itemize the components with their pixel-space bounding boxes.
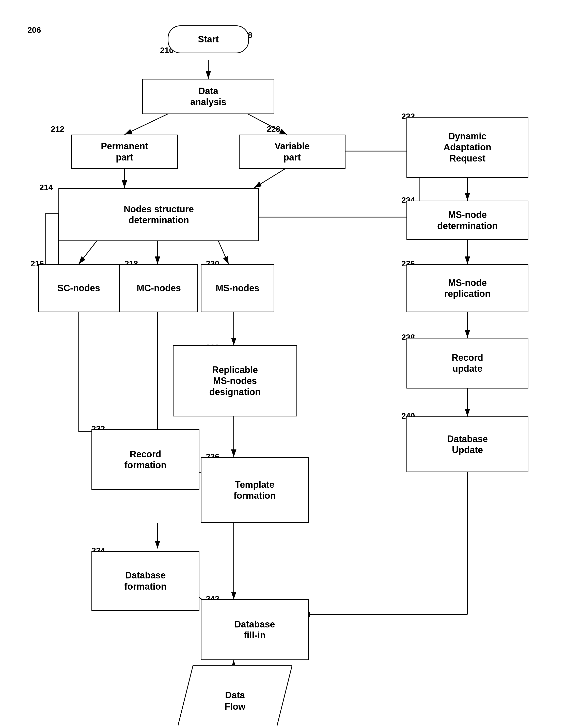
- label-206: 206: [27, 25, 41, 35]
- record-update-node: Record update: [407, 338, 528, 389]
- record-formation-label: Record formation: [124, 449, 167, 471]
- data-analysis-label: Data analysis: [190, 86, 226, 107]
- database-formation-label: Database formation: [124, 570, 167, 592]
- database-fillin-label: Database fill-in: [234, 619, 275, 641]
- diagram: 206 208 210 Start Data analysis 212 228 …: [0, 0, 566, 728]
- record-update-label: Record update: [452, 352, 483, 374]
- dynamic-adaptation-node: Dynamic Adaptation Request: [407, 117, 528, 178]
- database-formation-node: Database formation: [91, 551, 199, 611]
- variable-part-node: Variable part: [239, 135, 346, 169]
- database-update-node: Database Update: [407, 416, 528, 472]
- variable-part-label: Variable part: [274, 141, 310, 163]
- replicable-ms-label: Replicable MS-nodes designation: [209, 364, 260, 397]
- ms-node-replication-node: MS-node replication: [407, 264, 528, 312]
- label-212: 212: [51, 124, 64, 134]
- svg-text:Data: Data: [225, 690, 245, 700]
- replicable-ms-node: Replicable MS-nodes designation: [173, 345, 297, 416]
- sc-nodes-node: SC-nodes: [38, 264, 119, 312]
- nodes-structure-label: Nodes structure determination: [124, 204, 194, 225]
- dynamic-adaptation-label: Dynamic Adaptation Request: [444, 131, 491, 164]
- permanent-part-label: Permanent part: [101, 141, 148, 163]
- sc-nodes-label: SC-nodes: [57, 283, 100, 294]
- start-label: Start: [198, 34, 219, 45]
- permanent-part-node: Permanent part: [71, 135, 178, 169]
- database-fillin-node: Database fill-in: [201, 599, 309, 660]
- ms-node-replication-label: MS-node replication: [444, 277, 491, 299]
- mc-nodes-label: MC-nodes: [137, 283, 181, 294]
- svg-text:Flow: Flow: [224, 701, 246, 712]
- svg-line-9: [218, 241, 229, 264]
- template-formation-node: Template formation: [201, 457, 309, 523]
- nodes-structure-node: Nodes structure determination: [58, 188, 259, 241]
- ms-nodes-label: MS-nodes: [216, 283, 259, 294]
- svg-line-5: [254, 168, 287, 188]
- template-formation-label: Template formation: [234, 479, 276, 501]
- ms-node-determination-node: MS-node determination: [407, 201, 528, 240]
- record-formation-node: Record formation: [91, 429, 199, 490]
- data-flow-svg: Data Flow: [178, 665, 292, 726]
- database-update-label: Database Update: [447, 433, 488, 455]
- ms-nodes-node: MS-nodes: [201, 264, 274, 312]
- start-node: Start: [168, 25, 249, 53]
- label-214: 214: [39, 183, 53, 192]
- ms-node-determination-label: MS-node determination: [437, 209, 498, 231]
- mc-nodes-node: MC-nodes: [119, 264, 198, 312]
- label-228: 228: [267, 124, 280, 134]
- data-analysis-node: Data analysis: [142, 79, 274, 114]
- svg-line-7: [79, 241, 96, 264]
